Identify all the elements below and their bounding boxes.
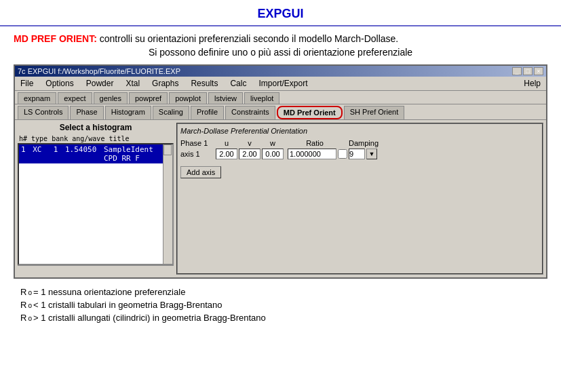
menu-help[interactable]: Help (521, 78, 543, 89)
md-axis-label: axis 1 (180, 150, 214, 158)
row-type: XC (33, 145, 51, 163)
md-col-ratio: Ratio (288, 139, 342, 147)
menu-bar: File Options Powder Xtal Graphs Results … (15, 77, 546, 91)
tab-bar-2: LS Controls Phase Histogram Scaling Prof… (15, 104, 546, 120)
bottom-sub3: o (28, 315, 32, 322)
md-col-damping: Damping (343, 139, 384, 147)
tab-phase[interactable]: Phase (70, 106, 103, 119)
scroll-thumb (163, 144, 172, 155)
menu-results[interactable]: Results (188, 78, 220, 89)
hdr-title: title (109, 135, 129, 142)
bottom-r1: R (20, 287, 26, 297)
md-u-input[interactable] (216, 149, 237, 159)
tab-bar-1: expnam expect genles powpref powplot lst… (15, 91, 546, 104)
md-ratio-input[interactable] (288, 149, 336, 159)
bottom-r2: R (20, 300, 26, 310)
row-title: SampleIdent CPD RR F (104, 145, 168, 163)
tab-profile[interactable]: Profile (191, 106, 224, 119)
md-v-input[interactable] (239, 149, 260, 159)
menu-options[interactable]: Options (43, 78, 76, 89)
md-phase-label: Phase 1 (180, 139, 214, 147)
tab-constraints[interactable]: Constraints (225, 106, 275, 119)
description: MD PREF ORIENT: controlli su orientazion… (0, 33, 561, 58)
minimize-button[interactable]: _ (512, 67, 522, 75)
md-col-w: w (262, 139, 284, 147)
md-axis-row: axis 1 ▼ (180, 149, 539, 159)
desc-line1: MD PREF ORIENT: controlli su orientazion… (14, 33, 547, 44)
add-axis-button[interactable]: Add axis (180, 166, 221, 178)
tab-liveplot[interactable]: liveplot (244, 92, 279, 104)
tab-expect[interactable]: expect (58, 92, 92, 104)
md-col-u: u (216, 139, 237, 147)
tab-ls-controls[interactable]: LS Controls (18, 106, 69, 119)
histogram-header: h# type bank ang/wave title (18, 135, 174, 143)
bottom-line-3: Ro > 1 cristalli allungati (cilindrici) … (20, 313, 541, 323)
menu-powder[interactable]: Powder (83, 78, 117, 89)
row-num: 1 (21, 145, 30, 163)
page-title: EXPGUI (0, 0, 561, 26)
menu-calc[interactable]: Calc (227, 78, 249, 89)
horizontal-scrollbar[interactable] (18, 265, 174, 275)
tab-md-pref-orient[interactable]: MD Pref Orient (277, 106, 343, 119)
bottom-line-1: Ro = 1 nessuna orientazione preferenzial… (20, 287, 541, 297)
hdr-type: type (31, 135, 47, 142)
histogram-row[interactable]: 1 XC 1 1.54050 SampleIdent CPD RR F (19, 144, 172, 163)
title-bar-buttons: _ □ × (512, 67, 543, 75)
histogram-title: Select a histogram (18, 123, 174, 132)
main-content: Select a histogram h# type bank ang/wave… (15, 120, 546, 277)
desc-line2: Si possono definire uno o più assi di or… (14, 47, 547, 58)
hdr-bank: bank (52, 135, 68, 142)
tab-genles[interactable]: genles (94, 92, 128, 104)
desc-text: controlli su orientazioni preferenziali … (97, 33, 398, 44)
bottom-text2: < 1 cristalli tabulari in geometria Brag… (33, 300, 223, 310)
md-w-input[interactable] (262, 149, 284, 159)
title-bar-text: 7c EXPGUI f:/Workshop/Fluorite/FLUORITE.… (18, 67, 180, 75)
app-window: 7c EXPGUI f:/Workshop/Fluorite/FLUORITE.… (14, 64, 547, 279)
bottom-sub2: o (28, 302, 32, 309)
tab-expnam[interactable]: expnam (18, 92, 56, 104)
tab-scaling[interactable]: Scaling (153, 106, 189, 119)
row-wave: 1.54050 (65, 145, 101, 163)
bottom-text: Ro = 1 nessuna orientazione preferenzial… (0, 279, 561, 332)
tab-histogram[interactable]: Histogram (105, 106, 151, 119)
md-damping-arrow[interactable]: ▼ (366, 149, 377, 159)
row-bank: 1 (54, 145, 62, 163)
md-ratio-checkbox[interactable] (338, 149, 347, 159)
histogram-scrollbar[interactable] (163, 144, 172, 264)
bottom-line-2: Ro < 1 cristalli tabulari in geometria B… (20, 300, 541, 310)
bottom-sub1: o (28, 290, 32, 296)
maximize-button[interactable]: □ (523, 67, 533, 75)
menu-importexport[interactable]: Import/Export (256, 78, 310, 89)
tab-powpref[interactable]: powpref (129, 92, 168, 104)
bottom-text1: = 1 nessuna orientazione preferenziale (33, 287, 185, 297)
bottom-r3: R (20, 313, 26, 323)
tab-lstview[interactable]: lstview (208, 92, 243, 104)
desc-label: MD PREF ORIENT: (14, 33, 97, 44)
tab-sh-pref-orient[interactable]: SH Pref Orient (344, 106, 405, 119)
menu-xtal[interactable]: Xtal (123, 78, 142, 89)
tab-powplot[interactable]: powplot (169, 92, 207, 104)
md-col-v: v (239, 139, 260, 147)
md-damping-input[interactable] (349, 149, 365, 159)
md-panel-title: March-Dollase Preferential Orientation (180, 127, 539, 135)
histogram-panel: Select a histogram h# type bank ang/wave… (18, 123, 174, 275)
close-button[interactable]: × (534, 67, 543, 75)
menu-file[interactable]: File (18, 78, 36, 89)
hdr-wave: ang/wave (72, 135, 104, 142)
histogram-scroll[interactable]: 1 XC 1 1.54050 SampleIdent CPD RR F (18, 143, 174, 265)
md-header-row: Phase 1 u v w Ratio Damping (180, 139, 539, 147)
hdr-num: h# (19, 135, 27, 142)
title-bar: 7c EXPGUI f:/Workshop/Fluorite/FLUORITE.… (15, 66, 546, 77)
menu-graphs[interactable]: Graphs (149, 78, 181, 89)
md-panel: March-Dollase Preferential Orientation P… (176, 123, 543, 275)
bottom-text3: > 1 cristalli allungati (cilindrici) in … (33, 313, 266, 323)
